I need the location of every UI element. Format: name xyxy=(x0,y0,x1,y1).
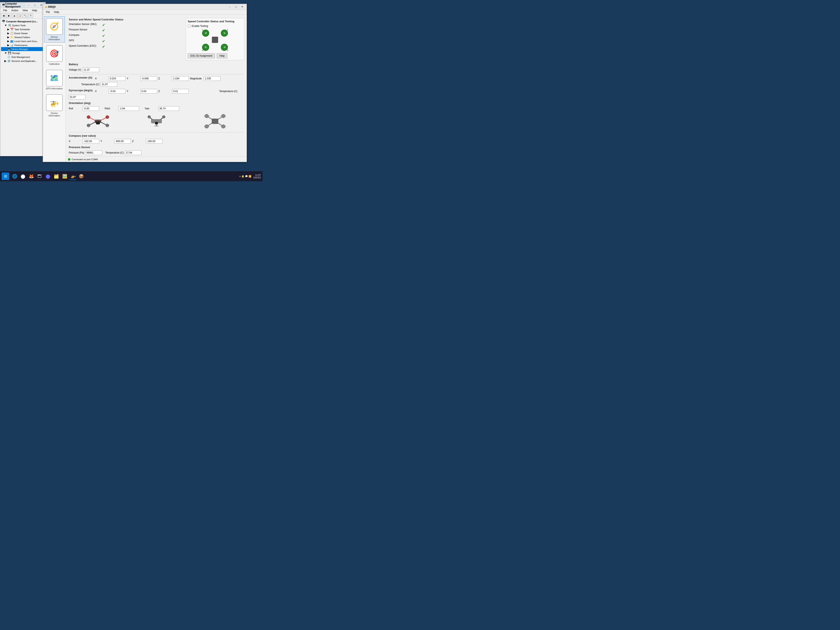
tree-shared-folders[interactable]: ▶ 📁 Shared Folders xyxy=(1,35,45,39)
drone-front-view xyxy=(87,114,109,129)
gyro-temp-input[interactable] xyxy=(69,95,85,99)
yaw-label: Yaw xyxy=(145,107,157,110)
tree-root[interactable]: 🖥️ Computer Management (Lo... xyxy=(1,19,45,23)
taskbar-firefox[interactable]: 🦊 xyxy=(27,172,35,180)
maximize-button[interactable]: □ xyxy=(32,3,38,7)
pitch-input[interactable] xyxy=(118,106,139,111)
tree-system-tools[interactable]: ▼ 🛠️ System Tools xyxy=(1,23,45,27)
tree-services[interactable]: ▶ ⚙️ Services and Applicatio... xyxy=(1,59,45,63)
compass-x-input[interactable] xyxy=(82,139,99,144)
help-toolbar-button[interactable]: ? xyxy=(28,13,33,18)
up-button[interactable]: ▲ xyxy=(12,13,17,18)
drone-close[interactable]: ✕ xyxy=(239,5,245,9)
svg-point-33 xyxy=(204,115,209,117)
voltage-input[interactable] xyxy=(82,68,99,72)
menu-action[interactable]: Action xyxy=(9,8,20,12)
compass-z-input[interactable] xyxy=(146,139,163,144)
calibration-label: Calibration xyxy=(45,63,64,65)
services-icon: ⚙️ xyxy=(7,59,11,63)
accel-z-input[interactable] xyxy=(172,76,189,81)
expand-icon-5: ▶ xyxy=(7,39,9,43)
expand-icon-7: ▼ xyxy=(5,52,7,55)
gyro-y-label: Y xyxy=(127,90,139,93)
device-info-icon-box: 🚁 xyxy=(46,95,63,111)
sensor-status-grid: Orientation Sensor (IMU) ✔ Pressure Sens… xyxy=(69,23,182,49)
compass-x-label: X xyxy=(69,140,81,143)
gyro-y-input[interactable] xyxy=(141,89,157,93)
svg-rect-28 xyxy=(212,119,218,124)
start-button[interactable]: ⊞ xyxy=(2,172,9,180)
drone-menu-help[interactable]: Help xyxy=(52,10,61,14)
tree-disk-management[interactable]: 💿 Disk Management xyxy=(1,55,45,59)
back-button[interactable]: ◀ xyxy=(1,13,6,18)
help-button[interactable]: Help xyxy=(217,53,227,58)
nav-sensor-information[interactable]: 🧭 Sensor Information xyxy=(44,16,65,43)
esc-id-assignment-button[interactable]: ESC ID Assignment xyxy=(188,53,215,58)
drone-top-svg xyxy=(204,113,226,129)
pressure-input[interactable] xyxy=(85,150,102,155)
svg-point-35 xyxy=(204,126,209,127)
drone-top-view xyxy=(204,113,226,130)
compass-z-label: Z xyxy=(132,140,145,143)
taskbar-chrome[interactable]: ⬤ xyxy=(19,172,27,180)
nav-gps-information[interactable]: 🗺️ GPS Information xyxy=(44,68,65,92)
minimize-button[interactable]: − xyxy=(25,3,32,7)
accel-temp-input[interactable] xyxy=(101,82,117,87)
gyro-z-input[interactable] xyxy=(172,89,189,93)
gps-status: ✔ xyxy=(102,39,108,44)
task-scheduler-icon: 📅 xyxy=(10,28,14,31)
taskbar-edge[interactable]: 🌐 xyxy=(11,172,18,180)
drone-menu-file[interactable]: File xyxy=(44,10,52,14)
tree-event-viewer[interactable]: ▶ 📋 Event Viewer xyxy=(1,31,45,35)
expand-icon-4: ▶ xyxy=(7,36,9,39)
accel-x-input[interactable] xyxy=(109,76,125,81)
accel-y-input[interactable] xyxy=(141,76,157,81)
tree-local-users[interactable]: ▶ 👥 Local Users and Grou... xyxy=(1,39,45,43)
taskbar-photo[interactable]: 🖼️ xyxy=(61,172,68,180)
tree-storage[interactable]: ▼ 💾 Storage xyxy=(1,51,45,55)
taskbar-date: 12/22/2 xyxy=(253,176,261,179)
gyro-x-input[interactable] xyxy=(109,89,125,93)
properties-button[interactable]: 🔧 xyxy=(23,13,28,18)
taskbar-installer[interactable]: 📦 xyxy=(77,172,85,180)
taskbar-blue-app[interactable]: ⬤ xyxy=(44,172,52,180)
comp-mgmt-controls: − □ ✕ xyxy=(25,3,44,7)
show-hide-button[interactable]: 📋 xyxy=(17,13,22,18)
connection-status-text: Connected on port COM9 xyxy=(72,158,98,161)
taskbar-file-explorer[interactable]: 🗔 xyxy=(36,172,43,180)
device-info-label: Device Information xyxy=(45,112,64,117)
nav-device-information[interactable]: 🚁 Device Information xyxy=(44,93,65,119)
drone-maximize[interactable]: □ xyxy=(233,5,239,9)
sensor-status-section: Sensor and Motor Speed Controller Status… xyxy=(69,18,182,60)
sensor-info-icon-box: 🧭 xyxy=(46,18,63,35)
tree-device-manager[interactable]: 🖥️ Device Manager xyxy=(1,47,45,51)
nav-calibration[interactable]: 🎯 Calibration xyxy=(44,43,65,67)
enable-testing-checkbox[interactable] xyxy=(188,25,190,27)
tree-system-tools-label: System Tools xyxy=(12,24,25,27)
roll-input[interactable] xyxy=(82,106,99,111)
drone-front-svg xyxy=(87,114,109,128)
accel-title: Accelerometer (G) xyxy=(69,76,94,79)
pressure-temp-label: Temperature (C) xyxy=(106,151,123,154)
battery-section: Battery Voltage (V) xyxy=(69,63,244,72)
menu-file[interactable]: File xyxy=(1,8,9,12)
tree-performance[interactable]: ▶ 📊 Performance xyxy=(1,43,45,47)
yaw-input[interactable] xyxy=(158,106,179,111)
accel-temp-label: Temperature (C) xyxy=(81,83,99,86)
drone-minimize[interactable]: − xyxy=(227,5,232,9)
menu-view[interactable]: View xyxy=(21,8,30,12)
taskbar-system-icons: ∧ 🔔 💬 📶 xyxy=(239,175,251,178)
magnitude-input[interactable] xyxy=(204,76,220,81)
pressure-temp-input[interactable] xyxy=(125,150,142,155)
performance-icon: 📊 xyxy=(10,44,14,47)
tree-task-scheduler[interactable]: ▶ 📅 Task Scheduler xyxy=(1,27,45,31)
taskbar-folders[interactable]: 🗂️ xyxy=(52,172,60,180)
main-content-area: Sensor and Motor Speed Controller Status… xyxy=(66,16,247,156)
compass-y-input[interactable] xyxy=(114,139,131,144)
voltage-label: Voltage (V) xyxy=(69,68,81,71)
roll-label: Roll xyxy=(69,107,81,110)
taskbar-drone-app[interactable]: 🚁 xyxy=(69,172,77,180)
forward-button[interactable]: ▶ xyxy=(6,13,11,18)
pressure-row: Pressure (Pa) Temperature (C) xyxy=(69,150,244,155)
menu-help[interactable]: Help xyxy=(30,8,39,12)
